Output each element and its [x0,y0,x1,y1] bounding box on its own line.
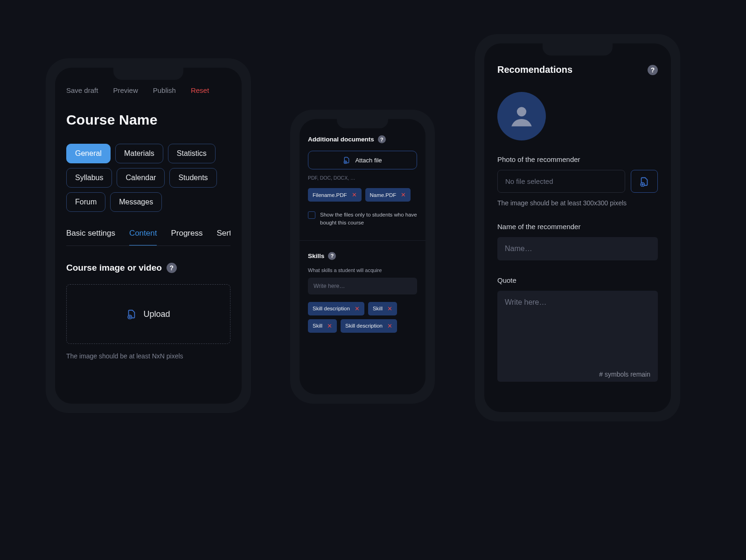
file-chip-name: Name.PDF [370,192,397,198]
section-divider [300,240,425,241]
course-title: Course Name [66,112,230,128]
pill-statistics[interactable]: Statistics [168,144,216,163]
quote-field-label: Quote [497,276,658,284]
skill-chip: Skill ✕ [368,302,397,315]
phone-frame-recommendations: Recomendations ? Photo of the recommende… [475,34,680,421]
course-toolbar: Save draft Preview Publish Reset [66,86,230,94]
attached-files: Filename.PDF ✕ Name.PDF ✕ [308,188,417,202]
upload-file-icon [126,309,137,319]
pill-syllabus[interactable]: Syllabus [66,168,112,188]
help-icon[interactable]: ? [378,135,386,143]
attach-file-button[interactable]: Attach file [308,151,417,169]
remove-file-icon[interactable]: ✕ [401,191,406,198]
subnav-progress[interactable]: Progress [171,229,202,245]
recommender-avatar-placeholder [497,92,546,140]
help-icon[interactable]: ? [167,263,177,273]
skill-chip-label: Skill [373,306,383,311]
attach-file-icon [343,156,350,164]
skills-subtitle: What skills a student will acquire [308,267,417,273]
remove-file-icon[interactable]: ✕ [352,191,357,198]
publish-link[interactable]: Publish [153,86,176,94]
help-icon[interactable]: ? [328,252,336,260]
pill-forum[interactable]: Forum [66,192,105,212]
pill-messages[interactable]: Messages [110,192,162,212]
phone-notch [543,43,613,56]
user-icon [508,103,535,130]
subnav-basic-settings[interactable]: Basic settings [66,229,115,245]
save-draft-link[interactable]: Save draft [66,86,98,94]
preview-link[interactable]: Preview [113,86,138,94]
quote-chars-remaining: # symbols remain [599,371,650,378]
remove-skill-icon[interactable]: ✕ [327,322,332,329]
svg-point-2 [517,107,526,116]
restrict-files-label: Show the files only to students who have… [320,211,417,227]
remove-skill-icon[interactable]: ✕ [387,322,392,329]
recommendations-title: Recomendations [497,64,572,75]
pill-materials[interactable]: Materials [115,144,163,163]
phone-screen: Recomendations ? Photo of the recommende… [484,43,671,412]
skill-chip: Skill description ✕ [341,319,397,333]
file-chip-name: Filename.PDF [313,192,347,198]
skill-chip: Skill description ✕ [308,302,364,315]
phone-notch [113,68,183,80]
photo-browse-button[interactable] [631,170,658,193]
upload-dropzone[interactable]: Upload [66,284,230,344]
browse-file-icon [639,176,649,187]
skills-section-title: Skills [308,252,324,259]
phone-screen: Save draft Preview Publish Reset Course … [55,68,242,404]
attach-file-label: Attach file [355,157,382,164]
docs-formats-hint: PDF, DOC, DOCX, … [308,175,417,181]
phone-screen: Additional documents ? Attach file PDF, … [300,119,425,394]
subnav-certificate[interactable]: Sertificate [216,229,230,245]
skill-chip-label: Skill [313,323,322,329]
phone-frame-docs: Additional documents ? Attach file PDF, … [290,110,435,404]
phone-notch [337,119,388,128]
remove-skill-icon[interactable]: ✕ [387,305,392,312]
phone-frame-course: Save draft Preview Publish Reset Course … [46,58,251,413]
upload-label: Upload [143,309,170,319]
photo-field-label: Photo of the recommender [497,155,658,163]
photo-hint: The image should be at least 300x300 pix… [497,199,658,207]
quote-textarea[interactable] [497,291,658,382]
restrict-files-checkbox[interactable] [308,211,315,219]
pill-general[interactable]: General [66,144,111,163]
docs-section-title: Additional documents [308,136,374,143]
media-section-title: Course image or video [66,263,162,273]
file-chip: Filename.PDF ✕ [308,188,362,202]
upload-hint: The image should be at least NxN pixels [66,352,230,360]
help-icon[interactable]: ? [648,65,658,75]
file-chip: Name.PDF ✕ [365,188,411,202]
reset-link[interactable]: Reset [191,86,209,94]
remove-skill-icon[interactable]: ✕ [355,305,360,312]
name-field-label: Name of the recommender [497,223,658,231]
subnav-content[interactable]: Content [129,229,157,245]
skill-input[interactable] [308,278,417,294]
photo-file-display: No file selected [497,170,625,193]
pill-students[interactable]: Students [169,168,216,188]
course-section-pills: General Materials Statistics Syllabus Ca… [66,144,230,212]
skill-chip: Skill ✕ [308,319,337,333]
skill-chips: Skill description ✕ Skill ✕ Skill ✕ Skil… [308,302,417,333]
pill-calendar[interactable]: Calendar [117,168,165,188]
skill-chip-label: Skill description [313,306,350,311]
skill-chip-label: Skill description [345,323,383,329]
course-subnav: Basic settings Content Progress Sertific… [66,229,230,246]
recommender-name-input[interactable] [497,237,658,260]
